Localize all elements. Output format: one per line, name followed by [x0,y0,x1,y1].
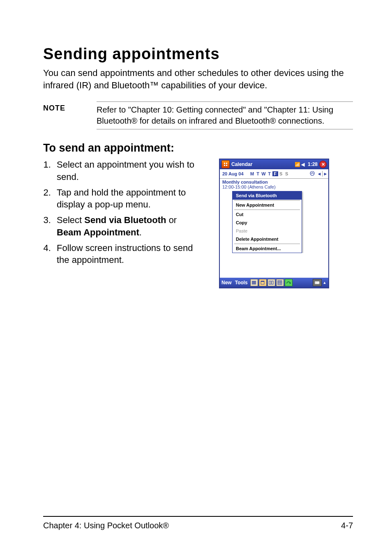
menu-separator-2 [234,210,300,210]
speaker-icon[interactable]: ◀ [301,162,307,167]
step-3-mid: or [166,215,177,225]
svg-rect-1 [226,163,227,164]
sip-arrow-icon[interactable]: ▲ [323,281,327,285]
step-3-pre: Select [57,215,84,225]
step-list: Select an appointment you wish to send. … [43,159,195,266]
weekday-t1[interactable]: T [255,171,261,176]
context-menu: Send via Bluetooth New Appointment Cut C… [232,191,302,253]
weekday-picker[interactable]: M T W T F S S [249,171,290,176]
intro-paragraph: You can send appointments and other sche… [43,67,353,91]
svg-rect-7 [252,283,256,284]
note-block: NOTE Refer to "Chapter 10: Getting conne… [43,101,353,129]
weekday-s2[interactable]: S [284,171,290,176]
subheading: To send an appointment: [43,142,353,154]
calendar-screenshot: Calendar 📶 ◀ 1:28 ✕ 20 Aug 04 M T W T F [219,159,329,288]
svg-rect-10 [269,281,271,284]
menu-separator-3 [234,244,300,244]
bottom-tools[interactable]: Tools [233,280,249,286]
step-3-bold-2: Beam Appointment [57,227,139,237]
step-3-bold-1: Send via Bluetooth [84,215,166,225]
next-arrow-icon[interactable]: ► [323,171,328,176]
menu-beam-appointment[interactable]: Beam Appointment... [233,244,302,253]
page-footer: Chapter 4: Using Pocket Outlook® 4-7 [43,516,353,530]
current-date[interactable]: 20 Aug 04 [220,171,246,176]
event-title: Monthly consultation [222,180,326,184]
svg-rect-2 [224,165,225,166]
close-icon[interactable]: ✕ [319,161,327,168]
menu-separator-1 [234,200,300,200]
menu-paste: Paste [233,227,302,235]
event-block[interactable]: Monthly consultation 12:00-15:00 (Athens… [220,179,328,191]
footer-left: Chapter 4: Using Pocket Outlook® [43,521,169,530]
view-year-icon[interactable] [285,279,293,286]
weekday-w[interactable]: W [261,171,267,176]
view-week-icon[interactable] [267,279,275,286]
view-agenda-icon[interactable] [250,279,258,286]
bottom-new[interactable]: New [220,280,233,286]
step-2: Tap and hold the appointment to display … [53,187,195,211]
svg-rect-6 [252,282,256,283]
menu-copy[interactable]: Copy [233,219,302,227]
menu-cut[interactable]: Cut [233,210,302,219]
menu-send-bluetooth[interactable]: Send via Bluetooth [233,191,302,200]
menu-delete-appointment[interactable]: Delete Appointment [233,235,302,243]
weekday-f[interactable]: F [272,171,278,176]
step-1: Select an appointment you wish to send. [53,159,195,183]
view-month-icon[interactable] [276,279,284,286]
view-day-icon[interactable] [259,279,267,286]
svg-rect-11 [272,281,273,284]
weekday-t2[interactable]: T [267,171,272,176]
step-4: Follow screen instructions to send the a… [53,242,195,266]
svg-rect-3 [226,165,227,166]
app-title: Calendar [231,161,295,167]
event-subtitle: 12:00-15:00 (Athens Cafe) [222,184,326,189]
year-icon[interactable] [310,171,316,177]
date-bar: 20 Aug 04 M T W T F S S ◄ [220,169,328,179]
step-3: Select Send via Bluetooth or Beam Appoin… [53,214,195,238]
prev-arrow-icon[interactable]: ◄ [316,171,322,176]
sip-keyboard-icon[interactable]: ⌨ [313,279,322,286]
svg-point-4 [310,171,314,175]
note-body: Refer to "Chapter 10: Getting connected"… [97,101,353,129]
weekday-m[interactable]: M [249,171,255,176]
svg-rect-12 [278,281,282,285]
weekday-s1[interactable]: S [278,171,284,176]
signal-icon[interactable]: 📶 [295,162,300,167]
note-label: NOTE [43,101,97,129]
bottom-bar: New Tools [220,278,328,288]
step-3-post: . [139,227,142,237]
svg-rect-0 [224,163,225,164]
menu-new-appointment[interactable]: New Appointment [233,201,302,209]
svg-rect-5 [252,281,256,282]
svg-rect-9 [261,281,264,282]
footer-right: 4-7 [341,521,353,530]
page-heading: Sending appointments [43,45,353,63]
start-icon[interactable] [221,160,230,168]
title-bar: Calendar 📶 ◀ 1:28 ✕ [220,159,328,169]
calendar-blank-area[interactable] [220,253,328,278]
clock-time[interactable]: 1:28 [308,161,318,167]
